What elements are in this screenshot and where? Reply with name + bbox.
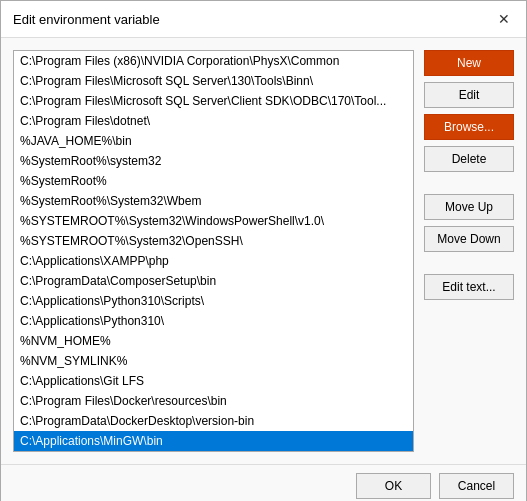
title-bar: Edit environment variable ✕ xyxy=(1,1,526,38)
list-item[interactable]: C:\Applications\XAMPP\php xyxy=(14,251,413,271)
browse-button[interactable]: Browse... xyxy=(424,114,514,140)
delete-button[interactable]: Delete xyxy=(424,146,514,172)
list-item[interactable]: %SystemRoot%\System32\Wbem xyxy=(14,191,413,211)
list-item[interactable]: C:\Applications\MinGW\bin xyxy=(14,431,413,451)
list-item[interactable]: C:\Program Files\dotnet\ xyxy=(14,111,413,131)
dialog-content: C:\Program Files (x86)\NVIDIA Corporatio… xyxy=(1,38,526,464)
list-item[interactable]: C:\ProgramData\DockerDesktop\version-bin xyxy=(14,411,413,431)
dialog-title: Edit environment variable xyxy=(13,12,160,27)
list-item[interactable]: C:\Applications\Python310\Scripts\ xyxy=(14,291,413,311)
list-item[interactable]: %SystemRoot% xyxy=(14,171,413,191)
list-item[interactable]: C:\ProgramData\ComposerSetup\bin xyxy=(14,271,413,291)
list-item[interactable]: C:\Applications\Python310\ xyxy=(14,311,413,331)
list-item[interactable]: %SYSTEMROOT%\System32\OpenSSH\ xyxy=(14,231,413,251)
dialog-footer: OK Cancel xyxy=(1,464,526,501)
list-item[interactable]: %NVM_HOME% xyxy=(14,331,413,351)
list-item[interactable]: C:\Program Files (x86)\NVIDIA Corporatio… xyxy=(14,51,413,71)
list-item[interactable]: C:\Program Files\Microsoft SQL Server\13… xyxy=(14,71,413,91)
list-item[interactable]: %SYSTEMROOT%\System32\WindowsPowerShell\… xyxy=(14,211,413,231)
list-item[interactable]: %JAVA_HOME%\bin xyxy=(14,131,413,151)
edit-text-button[interactable]: Edit text... xyxy=(424,274,514,300)
list-item[interactable]: %SystemRoot%\system32 xyxy=(14,151,413,171)
close-button[interactable]: ✕ xyxy=(494,9,514,29)
move-down-button[interactable]: Move Down xyxy=(424,226,514,252)
edit-env-variable-dialog: Edit environment variable ✕ C:\Program F… xyxy=(0,0,527,501)
list-item[interactable]: C:\Program Files\Docker\resources\bin xyxy=(14,391,413,411)
edit-button[interactable]: Edit xyxy=(424,82,514,108)
ok-button[interactable]: OK xyxy=(356,473,431,499)
list-item[interactable]: %NVM_SYMLINK% xyxy=(14,351,413,371)
action-buttons: New Edit Browse... Delete Move Up Move D… xyxy=(424,50,514,452)
list-item[interactable]: C:\Applications\Git LFS xyxy=(14,371,413,391)
move-up-button[interactable]: Move Up xyxy=(424,194,514,220)
env-var-list[interactable]: C:\Program Files (x86)\NVIDIA Corporatio… xyxy=(13,50,414,452)
new-button[interactable]: New xyxy=(424,50,514,76)
cancel-button[interactable]: Cancel xyxy=(439,473,514,499)
list-item[interactable]: C:\Program Files\Microsoft SQL Server\Cl… xyxy=(14,91,413,111)
